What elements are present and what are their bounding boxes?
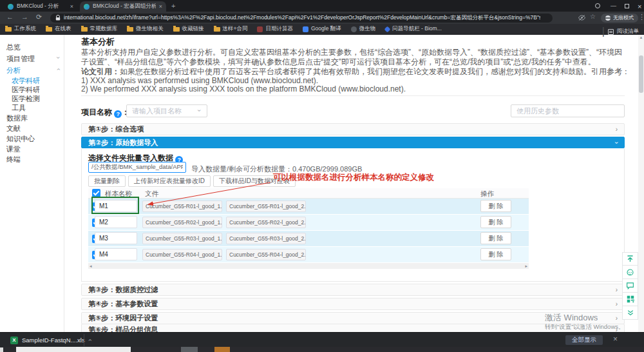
reading-list-icon — [608, 29, 614, 35]
sidebar-item-literature[interactable]: 文献 — [6, 124, 21, 133]
bookmark-common-db[interactable]: 常规数据库 — [81, 25, 118, 33]
sidebar-item-agriculture[interactable]: 农学科研 — [12, 76, 40, 86]
scroll-left-icon[interactable]: ◂ — [90, 263, 92, 269]
eye-off-icon[interactable] — [578, 15, 585, 21]
page-title: 基本分析 — [81, 36, 115, 48]
step-2-bar[interactable]: 第②步：原始数据导入› — [81, 137, 625, 148]
bookmark-question-nav[interactable]: 问题导航栏 - Biom... — [385, 25, 442, 33]
lock-icon — [55, 15, 61, 21]
back-to-top-icon — [626, 255, 634, 263]
maximize-icon[interactable] — [625, 3, 629, 10]
project-name-input[interactable] — [126, 104, 207, 117]
horizontal-scrollbar[interactable]: ◂ ▸ — [88, 263, 529, 269]
tab-title: BMKCloud - 分析 — [17, 3, 67, 10]
settings-icon[interactable] — [595, 3, 600, 10]
chevron-down-icon: › — [55, 57, 62, 59]
folder-path-input[interactable] — [88, 162, 186, 173]
folder-icon — [5, 27, 12, 32]
sample-name-input[interactable] — [95, 216, 137, 228]
sample-name-input[interactable] — [95, 232, 137, 244]
menu-icon[interactable]: ⋮ — [638, 13, 644, 21]
sidebar-item-overview[interactable]: 总览 — [6, 43, 21, 52]
incognito-icon — [605, 15, 611, 21]
vertical-scrollbar[interactable]: ▲ — [638, 35, 644, 332]
browser-tab-metagenome[interactable]: BMKCloud - 宏基因组分析平台 × — [80, 1, 166, 12]
show-all-downloads-button[interactable]: 全部显示 — [565, 335, 603, 345]
bookmark-google-translate[interactable]: Google 翻译 — [303, 25, 341, 33]
bookmark-sample-contract[interactable]: 送样+合同 — [214, 25, 248, 33]
sidebar-item-knowledge[interactable]: 知识中心 — [6, 134, 35, 144]
batch-delete-button[interactable]: 批量删除 — [88, 175, 126, 187]
delete-button[interactable]: 删 除 — [480, 232, 511, 244]
tab-close-icon[interactable]: × — [159, 4, 162, 10]
delete-button[interactable]: 删 除 — [480, 200, 511, 212]
project-name-label: 项目名称 ?： — [81, 107, 129, 118]
reload-icon[interactable]: ⟳ — [36, 13, 42, 21]
delete-button[interactable]: 删 除 — [480, 216, 511, 228]
downloaded-file-name: SampleID-FastqN....xls — [22, 337, 85, 344]
qr-code-button[interactable] — [622, 293, 638, 306]
taskbar-active-app[interactable] — [181, 347, 198, 352]
address-bar[interactable]: international.biocloud.net/zh/iframe?url… — [50, 14, 553, 23]
customer-service-button[interactable] — [622, 266, 638, 279]
sidebar-item-medical-test[interactable]: 医学检测 — [12, 94, 40, 104]
sidebar-item-project-mgmt[interactable]: 项目管理› — [6, 54, 59, 64]
sidebar-item-tools[interactable]: 工具 — [12, 103, 26, 113]
chevron-up-icon[interactable]: › — [86, 339, 93, 341]
chevron-right-icon: › — [616, 315, 618, 322]
bookmark-microbe[interactable]: 微生物 — [351, 25, 376, 33]
select-all-checkbox[interactable] — [92, 189, 100, 197]
windows-watermark-sub: 转到“设置”以激活 Windows。 — [545, 323, 625, 331]
browser-toolbar: ← → ⟳ international.biocloud.net/zh/ifra… — [0, 12, 644, 24]
taskbar-search-box[interactable] — [16, 347, 131, 352]
sidebar-item-classroom[interactable]: 课堂 — [6, 144, 21, 154]
diamond-icon — [384, 26, 391, 32]
scroll-right-icon[interactable]: ▸ — [525, 263, 527, 269]
back-to-top-button[interactable] — [622, 252, 638, 266]
info-icon[interactable]: ? — [114, 110, 122, 118]
forward-icon[interactable]: → — [21, 13, 28, 21]
divider — [84, 334, 84, 346]
step-1-bar[interactable]: 第①步：综合选项› — [81, 123, 625, 135]
taskbar-highlighted-app[interactable] — [214, 347, 230, 352]
star-icon[interactable]: ☆ — [590, 13, 596, 20]
scrollbar-thumb[interactable] — [639, 55, 643, 93]
bookmark-work-system[interactable]: 工作系统 — [5, 25, 36, 33]
history-params-input[interactable] — [511, 104, 625, 117]
downloaded-file-chip[interactable]: X SampleID-FastqN....xls › — [10, 335, 91, 346]
collapse-button[interactable] — [622, 306, 638, 320]
feedback-button[interactable] — [622, 279, 638, 293]
delete-button[interactable]: 删 除 — [480, 248, 511, 260]
file-chip: Cucumber_G55-R04-l_good_1.fq.gz — [142, 249, 222, 260]
taskbar-start-fragment[interactable] — [0, 347, 3, 352]
step-3-bar[interactable]: 第③步：数据质控过滤› — [81, 284, 625, 296]
sidebar-item-analysis[interactable]: 分析› — [6, 66, 59, 75]
incognito-label: 无痕模式 — [613, 14, 634, 21]
sample-name-input[interactable] — [95, 200, 137, 212]
screen: BMKCloud - 分析 × BMKCloud - 宏基因组分析平台 × + … — [0, 0, 644, 352]
scroll-up-icon[interactable]: ▲ — [638, 35, 644, 40]
reading-list-button[interactable]: | 阅读清单 — [602, 26, 639, 37]
bookmark-microbe-related[interactable]: 微生物相关 — [127, 25, 164, 33]
incognito-badge[interactable]: 无痕模式 — [601, 14, 638, 23]
browser-tab-analysis[interactable]: BMKCloud - 分析 × — [4, 1, 77, 12]
close-window-icon[interactable]: × — [638, 3, 641, 10]
bookmark-online-sheet[interactable]: 在线表 — [46, 25, 71, 33]
bookmarks-bar: 工作系统 在线表 常规数据库 微生物相关 收藏链接 送样+合同 日期计算器 Go… — [0, 24, 644, 35]
back-icon[interactable]: ← — [6, 13, 14, 21]
minimize-icon[interactable]: — — [611, 3, 616, 9]
step-5-bar[interactable]: 第⑤步：环境因子设置› — [81, 312, 625, 324]
translate-icon — [303, 26, 308, 32]
upload-mapping-button[interactable]: 上传新对应表批量修改ID — [128, 175, 211, 187]
sidebar-item-medical-research[interactable]: 医学科研 — [12, 85, 40, 95]
close-download-bar-icon[interactable]: × — [613, 335, 618, 344]
sidebar-item-database[interactable]: 数据库 — [6, 113, 28, 123]
sidebar-item-terminal[interactable]: 终端 — [6, 155, 21, 164]
sample-name-input[interactable] — [95, 248, 137, 260]
bookmark-favorites[interactable]: 收藏链接 — [173, 25, 204, 33]
step-4-bar[interactable]: 第④步：基本参数设置› — [81, 298, 625, 310]
tab-close-icon[interactable]: × — [70, 4, 73, 10]
new-tab-button[interactable]: + — [171, 2, 175, 10]
windows-watermark: 激活 Windows — [545, 312, 598, 324]
bookmark-date-calculator[interactable]: 日期计算器 — [257, 25, 293, 33]
